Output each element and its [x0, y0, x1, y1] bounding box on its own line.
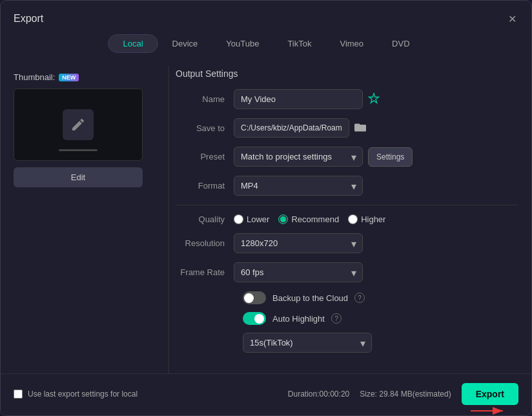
resolution-row: Resolution 1280x720 1920x1080 3840x2160	[176, 233, 518, 253]
quality-recommend[interactable]: Recommend	[278, 214, 339, 224]
tab-local[interactable]: Local	[108, 34, 158, 53]
auto-highlight-row: Auto Highlight ?	[176, 312, 518, 325]
auto-highlight-label: Auto Highlight	[272, 314, 325, 324]
edit-pencil-icon	[70, 117, 86, 132]
tab-vimeo[interactable]: Vimeo	[325, 34, 378, 53]
frame-rate-row: Frame Rate 24 fps 30 fps 60 fps	[176, 262, 518, 282]
frame-rate-select[interactable]: 24 fps 30 fps 60 fps	[234, 262, 363, 282]
tabs-row: Local Device YouTube TikTok Vimeo DVD	[1, 25, 531, 59]
close-button[interactable]: ✕	[506, 12, 518, 25]
arrow-indicator	[471, 405, 509, 416]
save-to-row: Save to C:/Users/kbiz/AppData/Roam	[176, 118, 518, 138]
name-input[interactable]	[234, 89, 363, 109]
backup-label: Backup to the Cloud	[272, 293, 348, 303]
quality-lower-label: Lower	[247, 214, 269, 224]
edit-button[interactable]: Edit	[14, 167, 143, 187]
resolution-label: Resolution	[176, 238, 234, 248]
backup-toggle[interactable]	[243, 291, 266, 304]
quality-label: Quality	[176, 214, 234, 224]
thumbnail-line	[59, 149, 97, 151]
format-select-wrap: MP4 MOV AVI MKV	[234, 176, 363, 196]
settings-button[interactable]: Settings	[368, 147, 413, 167]
folder-button[interactable]	[354, 121, 366, 134]
resolution-select[interactable]: 1280x720 1920x1080 3840x2160	[234, 233, 363, 253]
title-bar: Export ✕	[1, 1, 531, 25]
save-to-label: Save to	[176, 123, 234, 133]
last-export-label: Use last export settings for local	[28, 390, 138, 399]
quality-higher[interactable]: Higher	[348, 214, 385, 224]
right-panel: Output Settings Name Save to C:/Users/kb…	[169, 66, 531, 373]
preset-select[interactable]: Match to project settings Custom	[234, 147, 363, 167]
thumbnail-header: Thumbnail: NEW	[14, 72, 156, 82]
separator-1	[176, 205, 518, 205]
quality-lower[interactable]: Lower	[234, 214, 269, 224]
backup-row: Backup to the Cloud ?	[176, 291, 518, 304]
auto-highlight-toggle[interactable]	[243, 312, 266, 325]
quality-higher-label: Higher	[361, 214, 385, 224]
format-select[interactable]: MP4 MOV AVI MKV	[234, 176, 363, 196]
resolution-select-wrap: 1280x720 1920x1080 3840x2160	[234, 233, 363, 253]
backup-help-icon[interactable]: ?	[354, 293, 365, 303]
quality-options: Lower Recommend Higher	[234, 214, 385, 224]
tab-youtube[interactable]: YouTube	[212, 34, 273, 53]
quality-recommend-radio[interactable]	[278, 214, 288, 224]
highlight-duration-wrap: 15s(TikTok) 30s 60s	[243, 333, 372, 353]
thumbnail-preview	[14, 88, 143, 161]
highlight-duration-select[interactable]: 15s(TikTok) 30s 60s	[243, 333, 372, 353]
quality-lower-radio[interactable]	[234, 214, 243, 224]
name-row: Name	[176, 89, 518, 109]
size-text: Size: 29.84 MB(estimated)	[360, 390, 451, 399]
tab-device[interactable]: Device	[158, 34, 212, 53]
section-title: Output Settings	[176, 68, 518, 79]
export-button[interactable]: Export	[462, 383, 518, 405]
auto-highlight-help-icon[interactable]: ?	[331, 313, 342, 324]
thumbnail-icon	[63, 109, 94, 140]
ai-icon-button[interactable]	[368, 92, 380, 106]
quality-higher-radio[interactable]	[348, 214, 358, 224]
bottom-bar: Use last export settings for local Durat…	[1, 373, 531, 415]
preset-select-wrap: Match to project settings Custom	[234, 147, 363, 167]
new-badge: NEW	[59, 74, 79, 81]
bottom-right: Duration:00:00:20 Size: 29.84 MB(estimat…	[288, 383, 518, 405]
preset-row: Preset Match to project settings Custom …	[176, 147, 518, 167]
frame-rate-select-wrap: 24 fps 30 fps 60 fps	[234, 262, 363, 282]
format-row: Format MP4 MOV AVI MKV	[176, 176, 518, 196]
duration-text: Duration:00:00:20	[288, 390, 349, 399]
format-label: Format	[176, 181, 234, 191]
tab-tiktok[interactable]: TikTok	[273, 34, 325, 53]
thumbnail-label-text: Thumbnail:	[14, 72, 55, 82]
content-area: Thumbnail: NEW Edit Output Settings Name	[1, 59, 531, 373]
left-panel: Thumbnail: NEW Edit	[1, 66, 169, 373]
export-button-container: Export	[462, 383, 518, 405]
quality-recommend-label: Recommend	[291, 214, 339, 224]
tab-dvd[interactable]: DVD	[378, 34, 424, 53]
save-to-path: C:/Users/kbiz/AppData/Roam	[234, 118, 349, 138]
preset-label: Preset	[176, 152, 234, 161]
last-export-checkbox[interactable]	[14, 390, 23, 399]
quality-row: Quality Lower Recommend Higher	[176, 214, 518, 224]
save-to-content: C:/Users/kbiz/AppData/Roam	[234, 118, 366, 138]
dialog-title: Export	[14, 13, 43, 25]
last-export-row: Use last export settings for local	[14, 390, 138, 399]
name-label: Name	[176, 94, 234, 104]
export-dialog: Export ✕ Local Device YouTube TikTok Vim…	[0, 0, 532, 416]
frame-rate-label: Frame Rate	[176, 267, 234, 277]
